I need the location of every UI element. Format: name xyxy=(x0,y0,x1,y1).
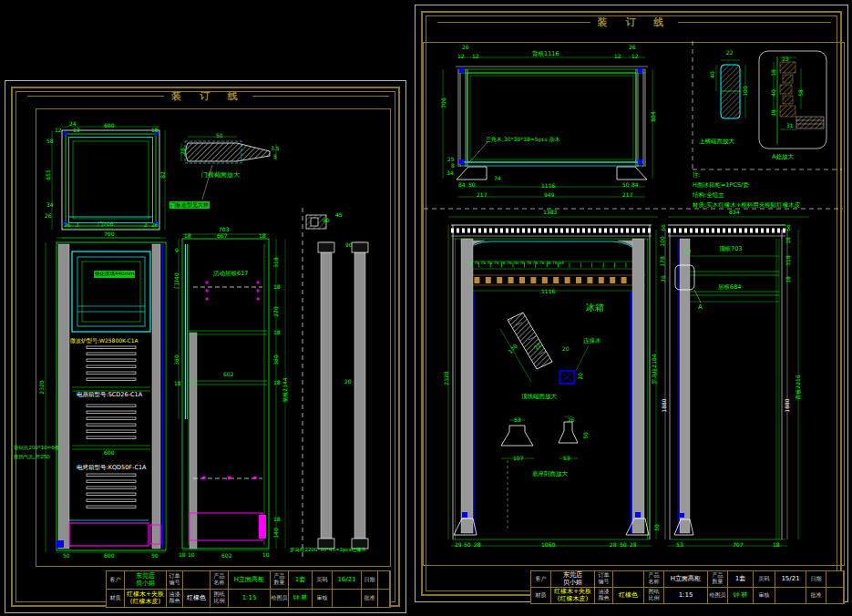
titleblock-value xyxy=(826,588,844,604)
titleblock-label: 审核 xyxy=(754,588,775,604)
titleblock-value: 15/21 xyxy=(775,571,806,588)
titleblock-label: 日期 xyxy=(362,571,378,590)
right-drawing-border xyxy=(423,42,845,566)
titleblock-label: 油漆 颜色 xyxy=(167,590,183,608)
titleblock-value: 1套 xyxy=(728,571,754,588)
left-sheet: 装 订 线 客户东莞店 贝小姐订单 编号产品 名称H立面高柜产品 数量1套页码1… xyxy=(5,80,406,613)
titleblock-value xyxy=(333,590,362,608)
binding-line-left xyxy=(437,22,590,23)
right-title-block: 客户东莞店 贝小姐订单 编号产品 名称H立面高柜产品 数量1套页码15/21日期… xyxy=(530,570,845,604)
titleblock-label: 客户 xyxy=(531,571,551,588)
titleblock-label: 客户 xyxy=(107,571,125,590)
titleblock-label: 图纸 比例 xyxy=(210,590,229,608)
titleblock-label: 日期 xyxy=(806,571,826,588)
titleblock-value xyxy=(378,590,390,608)
titleblock-value xyxy=(183,571,210,590)
binding-line-left xyxy=(27,96,164,97)
titleblock-label: 图纸 比例 xyxy=(644,588,664,604)
titleblock-row: 材质红橡木+夹板 (红橡木皮)油漆 颜色红橡色图纸 比例1:15绘图员钟 林审核… xyxy=(107,590,390,608)
titleblock-label: 订单 编号 xyxy=(167,571,183,590)
titleblock-label: 油漆 颜色 xyxy=(595,588,613,604)
titleblock-label: 页码 xyxy=(754,571,775,588)
titleblock-label: 材质 xyxy=(107,590,125,608)
titleblock-label: 批准 xyxy=(362,590,378,608)
titleblock-value: 东莞店 贝小姐 xyxy=(551,571,595,588)
titleblock-value: H立面高柜 xyxy=(664,571,708,588)
titleblock-value: 1:15 xyxy=(229,590,271,608)
titleblock-label: 产品 数量 xyxy=(708,571,728,588)
titleblock-value: 红橡色 xyxy=(183,590,210,608)
titleblock-value: 16/21 xyxy=(333,571,362,590)
left-binding-header: 装 订 线 xyxy=(27,88,389,103)
binding-line-right xyxy=(678,22,831,23)
titleblock-label: 批准 xyxy=(806,588,826,604)
titleblock-value xyxy=(826,571,844,588)
titleblock-value xyxy=(378,571,390,590)
titleblock-row: 客户东莞店 贝小姐订单 编号产品 名称H立面高柜产品 数量1套页码16/21日期 xyxy=(107,571,390,590)
titleblock-row: 客户东莞店 贝小姐订单 编号产品 名称H立面高柜产品 数量1套页码15/21日期 xyxy=(531,571,844,588)
titleblock-label: 绘图员 xyxy=(271,590,289,608)
right-binding-header: 装 订 线 xyxy=(437,15,831,29)
titleblock-row: 材质红橡木+夹板 (红橡木皮)油漆 颜色红橡色图纸 比例1:15绘图员钟 林审核… xyxy=(531,588,844,604)
titleblock-label: 材质 xyxy=(531,588,551,604)
titleblock-value: 钟 林 xyxy=(289,590,313,608)
cad-canvas: 装 订 线 客户东莞店 贝小姐订单 编号产品 名称H立面高柜产品 数量1套页码1… xyxy=(0,0,852,616)
left-title-block: 客户东莞店 贝小姐订单 编号产品 名称H立面高柜产品 数量1套页码16/21日期… xyxy=(106,570,391,608)
left-drawing-border xyxy=(36,108,391,567)
titleblock-label: 页码 xyxy=(313,571,333,590)
binding-line-title: 装 订 线 xyxy=(171,89,245,103)
titleblock-label: 绘图员 xyxy=(708,588,728,604)
titleblock-value: 红橡色 xyxy=(613,588,644,604)
titleblock-value: 1:15 xyxy=(664,588,708,604)
titleblock-value: 钟 林 xyxy=(728,588,754,604)
titleblock-label: 产品 名称 xyxy=(644,571,664,588)
titleblock-value: 东莞店 贝小姐 xyxy=(125,571,167,590)
titleblock-value: 红橡木+夹板 (红橡木皮) xyxy=(125,590,167,608)
titleblock-value xyxy=(613,571,644,588)
right-sheet: 装 订 线 客户东莞店 贝小姐订单 编号产品 名称H立面高柜产品 数量1套页码1… xyxy=(415,5,848,602)
binding-line-title: 装 订 线 xyxy=(598,15,672,29)
titleblock-label: 订单 编号 xyxy=(595,571,613,588)
titleblock-label: 审核 xyxy=(313,590,333,608)
titleblock-value xyxy=(775,588,806,604)
titleblock-value: 红橡木+夹板 (红橡木皮) xyxy=(551,588,595,604)
titleblock-label: 产品 数量 xyxy=(271,571,289,590)
titleblock-value: H立面高柜 xyxy=(229,571,271,590)
binding-line-right xyxy=(252,96,389,97)
titleblock-label: 产品 名称 xyxy=(210,571,229,590)
titleblock-value: 1套 xyxy=(289,571,313,590)
